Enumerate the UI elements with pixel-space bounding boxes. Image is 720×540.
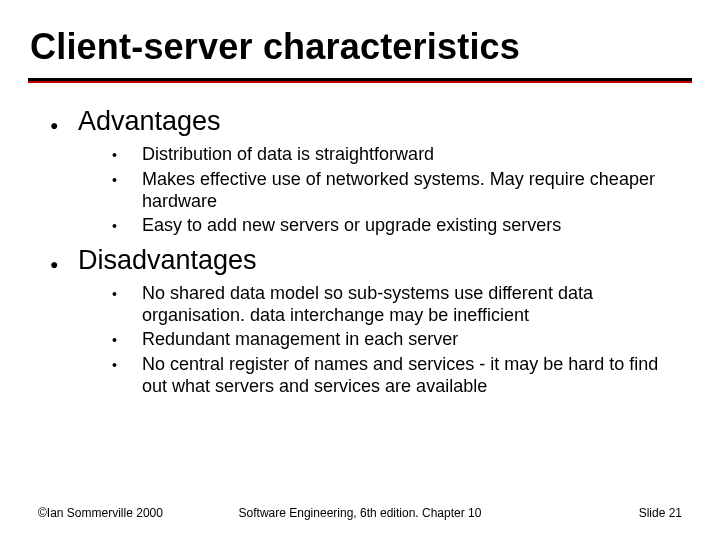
disadvantages-list: • No shared data model so sub-systems us… [112,282,680,397]
list-item-text: Makes effective use of networked systems… [142,168,680,212]
list-item-text: Redundant management in each server [142,328,458,350]
list-item: • Makes effective use of networked syste… [112,168,680,212]
bullet-icon: • [112,169,142,191]
list-item: • No central register of names and servi… [112,353,680,397]
advantages-list: • Distribution of data is straightforwar… [112,143,680,237]
bullet-icon: • [112,329,142,351]
bullet-icon: ● [50,250,78,278]
section-heading-text: Advantages [78,106,221,137]
slide-content: ● Advantages • Distribution of data is s… [50,100,680,405]
list-item: • Easy to add new servers or upgrade exi… [112,214,680,237]
slide-footer: Software Engineering, 6th edition. Chapt… [38,506,682,520]
list-item-text: Distribution of data is straightforward [142,143,434,165]
bullet-icon: • [112,354,142,376]
title-underline-red [28,81,692,83]
list-item: • No shared data model so sub-systems us… [112,282,680,326]
bullet-icon: • [112,283,142,305]
list-item-text: No central register of names and service… [142,353,680,397]
list-item-text: Easy to add new servers or upgrade exist… [142,214,561,236]
list-item: • Redundant management in each server [112,328,680,351]
slide: Client-server characteristics ● Advantag… [0,0,720,540]
slide-title: Client-server characteristics [30,26,520,68]
footer-right: Slide 21 [639,506,682,520]
footer-left: ©Ian Sommerville 2000 [38,506,163,520]
section-heading-advantages: ● Advantages [50,106,680,139]
bullet-icon: • [112,144,142,166]
bullet-icon: • [112,215,142,237]
list-item: • Distribution of data is straightforwar… [112,143,680,166]
bullet-icon: ● [50,111,78,139]
list-item-text: No shared data model so sub-systems use … [142,282,680,326]
section-heading-disadvantages: ● Disadvantages [50,245,680,278]
section-heading-text: Disadvantages [78,245,257,276]
